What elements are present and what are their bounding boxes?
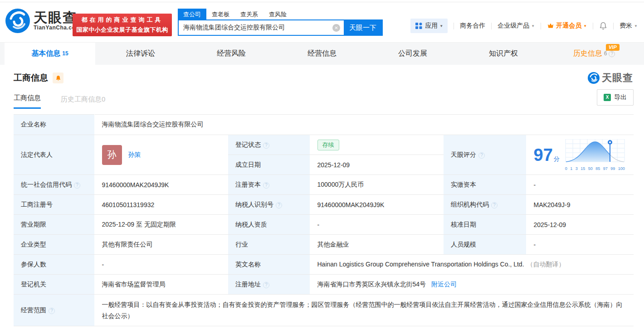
label-establish-date: 成立日期 [228,155,310,175]
label-org-code: 组织机构代码 [444,195,526,215]
slogan-line2: 国家中小企业发展子基金旗下机构 [76,26,168,34]
user-menu[interactable]: 费米 ▼ [620,22,638,30]
search-input[interactable] [179,20,332,35]
nav-cooperation[interactable]: 商务合作 [460,22,485,30]
value-english-name: Hainan Logistics Group Comprehensive Tra… [310,255,634,275]
help-icon[interactable] [263,182,269,189]
open-vip-button[interactable]: 开通会员 ▼ [547,22,587,30]
status-badge: 存续 [317,140,339,150]
apps-label: 应用 [425,22,438,30]
chevron-down-icon: ▼ [531,24,535,28]
help-icon[interactable] [74,182,80,189]
tab-label: 基本信息 [31,49,60,58]
apps-menu[interactable]: 应用 ▼ [410,19,448,33]
search-tab-relation[interactable]: 查关系 [235,9,263,19]
subtab-history-business-info[interactable]: 历史工商信息0 [61,95,105,109]
search-tab-boss[interactable]: 查老板 [206,9,235,19]
legal-representative-link[interactable]: 孙策 [128,151,141,159]
score-tick: 97 [603,166,608,171]
watermark-logo: 天眼查 [588,71,633,85]
value-establish-date: 2025-12-09 [310,155,444,175]
table-row: 参保人数 - 英文名称 Hainan Logistics Group Compr… [14,255,634,275]
help-icon[interactable] [263,142,269,149]
tab-basic-info[interactable]: 基本信息 15 [5,43,95,65]
search-area: 查公司 查老板 查关系 查风险 ✕ 天眼一下 [178,9,383,36]
table-row: 经营范围 一般经营项目：以自有资金从事投资活动；自有资金投资的资产管理服务；园区… [14,295,634,326]
table-row: 登记机关 海南省市场监督管理局 注册地址 海南省海口市秀英区永兴镇永北街54号 … [14,275,634,295]
value-registered-capital: 100000万人民币 [310,175,444,195]
clear-icon[interactable]: ✕ [332,24,340,32]
help-icon[interactable] [609,51,615,57]
help-icon[interactable] [49,308,55,314]
nav-enterprise-products[interactable]: 企业级产品 ▼ [498,22,535,30]
value-tyc-score: 97分 [526,135,634,175]
score-value: 97分 [534,146,560,164]
tab-label: 经营风险 [217,49,246,58]
username: 费米 [620,22,632,30]
help-icon[interactable] [263,282,269,288]
score-number: 97 [534,145,553,164]
label-registered-address: 注册地址 [228,275,310,295]
divider [593,23,593,29]
value-taxpayer-id: 91460000MAK2049J9K [310,195,444,215]
chevron-down-icon: ▼ [634,24,638,28]
top-nav: 应用 ▼ 商务合作 企业级产品 ▼ 开通会员 ▼ 费米 ▼ [410,19,638,33]
score-ticks: 0131550859799100 [565,166,625,171]
tab-legal-proceedings[interactable]: 法律诉讼 [95,43,186,65]
value-registered-address: 海南省海口市秀英区永兴镇永北街54号 附近公司 [310,275,634,295]
tab-company-development[interactable]: 公司发展 [367,43,458,65]
score-tick: 100 [618,166,625,171]
tab-business-info[interactable]: 经营信息 [277,43,367,65]
table-row: 法定代表人 孙 孙策 登记状态 存续 天眼评分 97分 [14,135,634,155]
tab-count: 15 [62,50,68,57]
slogan-banner: 都在用的商业查询工具 国家中小企业发展子基金旗下机构 [73,14,172,36]
excel-icon [604,94,611,101]
tab-business-risk[interactable]: 经营风险 [186,43,277,65]
search-tab-risk[interactable]: 查风险 [263,9,292,19]
score-unit: 分 [554,155,560,162]
label-taxpayer-id: 纳税人识别号 [228,195,310,215]
label-tyc-score: 天眼评分 [444,135,526,175]
score-tick: 85 [595,166,600,171]
avatar[interactable]: 孙 [102,145,122,165]
label-business-term: 营业期限 [14,215,94,235]
search-box: ✕ 天眼一下 [178,19,383,36]
monitor-bell-icon[interactable] [53,73,63,83]
label-paid-capital: 实缴资本 [444,175,526,195]
table-row: 工商注册号 460105011319932 纳税人识别号 91460000MAK… [14,195,634,215]
notification-bell-icon[interactable] [599,22,607,30]
table-row: 营业期限 2025-12-09 至 无固定期限 纳税人资质 - 核准日期 202… [14,215,634,235]
label-credit-code: 统一社会信用代码 [14,175,94,195]
subtab-count: 0 [102,95,105,103]
header: 天眼查 TianYanCha.com 都在用的商业查询工具 国家中小企业发展子基… [0,2,644,42]
search-tab-company[interactable]: 查公司 [178,9,206,19]
value-taxpayer-quality: - [310,215,444,235]
score-tick: 15 [581,166,585,171]
export-label: 导出 [614,93,627,102]
help-icon[interactable] [478,152,485,159]
help-icon[interactable] [276,202,282,208]
tab-label: 法律诉讼 [126,49,155,58]
table-row: 企业类型 其他有限责任公司 行业 其他金融业 人员规模 - [14,235,634,255]
subtab-business-info[interactable]: 工商信息 [14,94,41,109]
company-nav-tabs: 基本信息 15 法律诉讼 经营风险 经营信息 公司发展 知识产权 VIP 历史信… [0,42,644,65]
tab-intellectual-property[interactable]: 知识产权 [458,43,549,65]
tab-count: 6 [604,50,607,57]
label-registration-authority: 登记机关 [14,275,94,295]
help-icon[interactable] [491,202,498,208]
tianyancha-logo[interactable]: 天眼查 TianYanCha.com [5,9,80,33]
score-tick: 1 [570,166,572,171]
divider [613,23,614,29]
divider [454,23,454,29]
nearby-companies-link[interactable]: 附近公司 [431,281,457,288]
value-insured-count: - [94,255,228,275]
subtabs: 工商信息 历史工商信息0 [14,94,630,109]
export-button[interactable]: 导出 [597,89,634,106]
score-distribution-chart: 0131550859799100 [565,139,625,171]
tab-history-info[interactable]: VIP 历史信息 6 [549,43,639,65]
section-title: 工商信息 [14,72,48,84]
value-company-type: 其他有限责任公司 [94,235,228,255]
value-registration-authority: 海南省市场监督管理局 [94,275,228,295]
search-button[interactable]: 天眼一下 [344,20,382,35]
tab-label: 公司发展 [398,49,427,58]
